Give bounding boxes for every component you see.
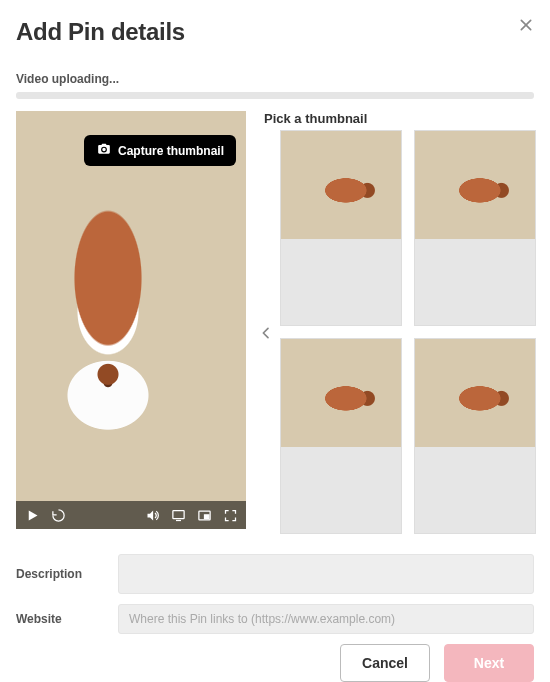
pick-thumbnail-heading: Pick a thumbnail [264, 111, 536, 126]
replay-icon[interactable] [50, 507, 66, 523]
website-label: Website [16, 612, 118, 626]
close-icon[interactable] [518, 14, 534, 38]
fullscreen-icon[interactable] [222, 507, 238, 523]
svg-rect-0 [172, 510, 183, 518]
pip-icon[interactable] [196, 507, 212, 523]
add-pin-modal: Add Pin details Video uploading... Captu… [0, 0, 550, 682]
thumbnail-option[interactable] [280, 130, 402, 326]
cancel-button[interactable]: Cancel [340, 644, 430, 682]
capture-thumbnail-button[interactable]: Capture thumbnail [84, 135, 236, 166]
thumbnail-image [415, 131, 535, 239]
thumbnail-option[interactable] [414, 338, 536, 534]
chevron-left-icon[interactable] [258, 325, 274, 344]
website-input[interactable] [118, 604, 534, 634]
upload-progress-bar [16, 92, 534, 99]
capture-thumbnail-label: Capture thumbnail [118, 144, 224, 158]
thumbnail-image [281, 339, 401, 447]
form-area: Description Website [16, 554, 534, 634]
modal-title: Add Pin details [16, 18, 185, 46]
thumbnail-image [415, 339, 535, 447]
next-button[interactable]: Next [444, 644, 534, 682]
thumbnail-option[interactable] [280, 338, 402, 534]
thumbnail-column: Pick a thumbnail [256, 111, 536, 534]
thumbnail-option[interactable] [414, 130, 536, 326]
description-input[interactable] [118, 554, 534, 594]
video-column: Capture thumbnail [16, 111, 246, 534]
video-controls [16, 501, 246, 529]
svg-rect-2 [204, 514, 208, 518]
description-label: Description [16, 567, 118, 581]
video-preview[interactable]: Capture thumbnail [16, 111, 246, 529]
thumbnail-image [281, 131, 401, 239]
thumbnail-grid [256, 130, 536, 534]
play-icon[interactable] [24, 507, 40, 523]
volume-icon[interactable] [144, 507, 160, 523]
cast-icon[interactable] [170, 507, 186, 523]
modal-header: Add Pin details [16, 14, 534, 58]
camera-icon [96, 142, 112, 159]
content-area: Capture thumbnail Pick a thumbnail [16, 111, 534, 534]
modal-footer: Cancel Next [16, 644, 534, 682]
upload-status-label: Video uploading... [16, 72, 534, 86]
